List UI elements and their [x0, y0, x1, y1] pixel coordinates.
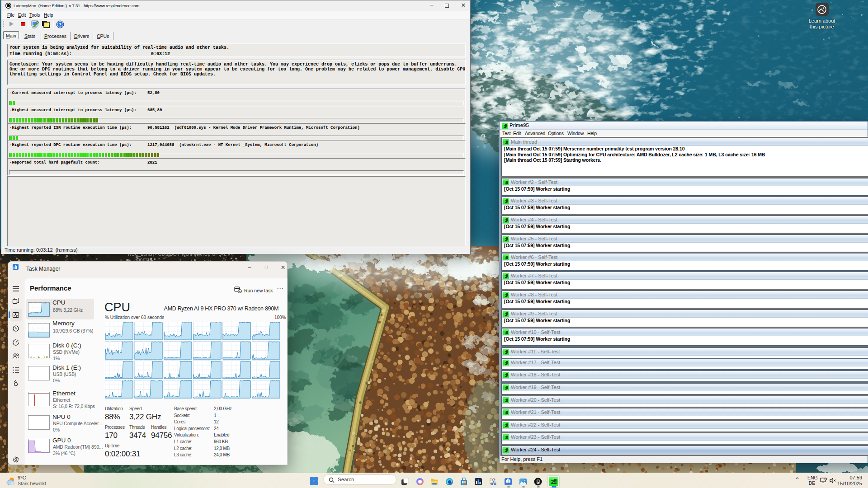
svg-text:?: ? [59, 22, 61, 28]
svg-text:-1: -1 [553, 480, 557, 484]
svg-text:GPU-Z: GPU-Z [409, 256, 424, 262]
